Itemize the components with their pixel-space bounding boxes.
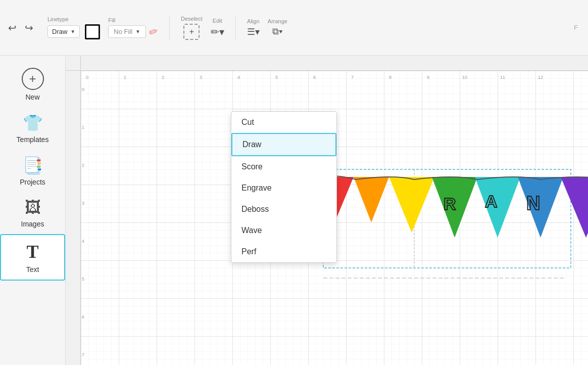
undo-redo-group: ↩ ↪ <box>6 21 35 35</box>
sidebar-item-text[interactable]: T Text <box>0 234 65 281</box>
fill-value: No Fill <box>114 28 132 35</box>
svg-text:12: 12 <box>538 75 543 80</box>
arrange-icon: ⧉▾ <box>272 26 283 37</box>
edit-icon: ✏︎▾ <box>211 26 224 38</box>
svg-text:A: A <box>485 192 498 211</box>
canvas-area: 0 1 2 3 4 5 6 7 8 9 10 11 12 0 1 2 3 4 5 <box>66 56 588 365</box>
linetype-value: Draw <box>52 28 67 35</box>
new-icon: + <box>22 68 44 90</box>
edit-button[interactable]: Edit ✏︎▾ <box>211 18 224 38</box>
svg-text:9: 9 <box>427 75 429 80</box>
svg-text:0: 0 <box>82 87 84 92</box>
sidebar-item-images[interactable]: 🖼 Images <box>0 192 65 234</box>
main-body: + New 👕 Templates 📑 Projects 🖼 Images T … <box>0 56 588 365</box>
svg-text:1: 1 <box>124 75 126 80</box>
svg-text:2: 2 <box>162 75 164 80</box>
dropdown-item-score[interactable]: Score <box>231 156 336 177</box>
linetype-section: Linetype Draw ▼ <box>47 16 100 39</box>
redo-button[interactable]: ↪ <box>23 21 35 35</box>
ruler-left <box>66 71 81 365</box>
edit-label: Edit <box>213 18 222 24</box>
more-label: F <box>574 24 582 31</box>
ruler-corner <box>66 56 81 71</box>
svg-text:3: 3 <box>82 201 84 206</box>
sidebar-item-templates[interactable]: 👕 Templates <box>0 107 65 150</box>
toolbar-divider-2 <box>235 15 236 40</box>
linetype-label: Linetype <box>47 16 100 22</box>
svg-text:4: 4 <box>82 239 84 244</box>
svg-text:5: 5 <box>82 277 84 282</box>
chevron-down-icon: ▼ <box>70 29 75 34</box>
svg-text:0: 0 <box>86 75 88 80</box>
svg-text:11: 11 <box>500 75 505 80</box>
dropdown-item-cut[interactable]: Cut <box>231 112 336 133</box>
deselect-label: Deselect <box>181 16 203 22</box>
dropdown-item-draw[interactable]: Draw <box>231 133 336 156</box>
toolbar-divider-1 <box>169 15 170 40</box>
svg-text:4: 4 <box>237 75 240 80</box>
dropdown-item-engrave[interactable]: Engrave <box>231 177 336 199</box>
svg-text:10: 10 <box>462 75 467 80</box>
images-icon: 🖼 <box>25 198 41 217</box>
dropdown-item-perf[interactable]: Perf <box>231 241 336 262</box>
undo-button[interactable]: ↩ <box>6 21 19 35</box>
sidebar-label-text: Text <box>26 265 39 273</box>
arrange-label: Arrange <box>268 18 287 24</box>
deselect-button[interactable]: Deselect + <box>181 16 203 40</box>
text-icon: T <box>26 241 38 262</box>
svg-text:1: 1 <box>82 125 84 130</box>
svg-text:R: R <box>444 194 456 213</box>
svg-text:N: N <box>526 193 540 214</box>
sidebar-label-templates: Templates <box>17 135 49 144</box>
fill-section: Fill No Fill ▼ ✏ <box>108 17 158 38</box>
fill-chevron-down-icon: ▼ <box>135 29 140 34</box>
templates-icon: 👕 <box>23 113 43 132</box>
svg-text:3: 3 <box>200 75 202 80</box>
fill-label: Fill <box>108 17 158 23</box>
pencil-icon: ✏ <box>147 24 160 39</box>
fill-dropdown-button[interactable]: No Fill ▼ <box>108 25 146 38</box>
align-icon: ☰▾ <box>247 26 260 37</box>
sidebar-item-new[interactable]: + New <box>0 62 65 107</box>
svg-text:7: 7 <box>82 352 84 357</box>
dropdown-item-deboss[interactable]: Deboss <box>231 199 336 220</box>
svg-text:2: 2 <box>82 163 84 168</box>
sidebar: + New 👕 Templates 📑 Projects 🖼 Images T … <box>0 56 66 365</box>
svg-text:8: 8 <box>389 75 391 80</box>
svg-text:7: 7 <box>351 75 354 80</box>
fill-controls: No Fill ▼ ✏ <box>108 25 158 38</box>
projects-icon: 📑 <box>23 156 43 175</box>
svg-text:6: 6 <box>82 314 84 320</box>
sidebar-label-projects: Projects <box>20 178 45 186</box>
svg-text:5: 5 <box>275 75 278 80</box>
svg-text:6: 6 <box>313 75 316 80</box>
align-button[interactable]: Align ☰▾ <box>247 18 260 37</box>
linetype-dropdown-menu[interactable]: Cut Draw Score Engrave Deboss Wave <box>231 111 337 263</box>
align-label: Align <box>247 18 259 24</box>
sidebar-item-projects[interactable]: 📑 Projects <box>0 150 65 192</box>
linetype-dropdown-button[interactable]: Draw ▼ <box>47 25 80 38</box>
dropdown-item-wave[interactable]: Wave <box>231 220 336 241</box>
linetype-color-swatch[interactable] <box>85 24 100 39</box>
deselect-icon: + <box>183 24 200 40</box>
arrange-button[interactable]: Arrange ⧉▾ <box>268 18 287 37</box>
toolbar: ↩ ↪ Linetype Draw ▼ Fill No Fill ▼ ✏ Des… <box>0 0 588 56</box>
ruler-top <box>81 56 588 71</box>
sidebar-label-images: Images <box>21 220 44 228</box>
linetype-controls: Draw ▼ <box>47 24 100 39</box>
sidebar-label-new: New <box>25 93 39 101</box>
